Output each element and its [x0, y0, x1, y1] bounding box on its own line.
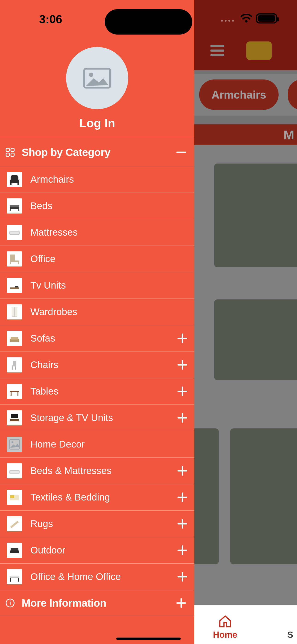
category-thumb: [7, 437, 22, 452]
svg-rect-37: [10, 495, 14, 498]
category-outdoor[interactable]: Outdoor: [0, 537, 194, 564]
category-rugs[interactable]: Rugs: [0, 511, 194, 537]
grid-icon: [3, 148, 17, 157]
expand-icon[interactable]: [176, 572, 189, 582]
svg-rect-18: [10, 288, 19, 289]
category-label: Outdoor: [22, 545, 176, 556]
category-label: Armchairs: [22, 174, 189, 185]
nav-home-label: Home: [213, 630, 237, 640]
svg-rect-19: [15, 286, 18, 288]
category-label: Textiles & Bedding: [22, 492, 176, 503]
category-thumb: [7, 357, 22, 372]
category-label: Chairs: [22, 359, 176, 370]
section-more-information[interactable]: More Information: [0, 590, 194, 616]
nav-home[interactable]: Home: [213, 614, 237, 640]
category-beds-mattresses[interactable]: Beds & Mattresses: [0, 458, 194, 484]
category-home-decor[interactable]: Home Decor: [0, 431, 194, 458]
category-thumb: [7, 569, 22, 584]
section-title: Shop by Category: [17, 146, 173, 158]
svg-rect-14: [10, 254, 15, 260]
category-label: Tv Units: [22, 280, 189, 291]
category-label: Wardrobes: [22, 306, 189, 318]
expand-icon[interactable]: [176, 492, 189, 502]
collapse-icon[interactable]: [173, 152, 189, 153]
svg-rect-26: [12, 366, 13, 370]
svg-rect-5: [11, 153, 14, 156]
svg-point-1: [89, 72, 93, 77]
expand-icon[interactable]: [176, 413, 189, 423]
svg-rect-40: [10, 576, 19, 578]
svg-rect-11: [10, 209, 10, 211]
svg-rect-29: [10, 392, 12, 396]
image-placeholder-icon: [83, 67, 111, 89]
category-office-home-office[interactable]: Office & Home Office: [0, 564, 194, 590]
home-icon: [218, 614, 232, 628]
login-link[interactable]: Log In: [79, 116, 115, 130]
category-thumb: [7, 331, 22, 346]
svg-rect-15: [10, 260, 19, 262]
svg-rect-6: [10, 180, 19, 183]
category-tv-units[interactable]: Tv Units: [0, 272, 194, 299]
expand-icon[interactable]: [176, 360, 189, 370]
nav-partial[interactable]: S: [287, 630, 293, 640]
category-label: Office & Home Office: [22, 571, 176, 582]
svg-rect-9: [10, 206, 19, 209]
svg-rect-17: [18, 262, 19, 264]
svg-rect-38: [10, 550, 19, 553]
svg-rect-35: [10, 470, 19, 473]
category-thumb: [7, 543, 22, 558]
category-label: Beds: [22, 200, 189, 212]
category-wardrobes[interactable]: Wardrobes: [0, 299, 194, 325]
svg-rect-25: [12, 365, 16, 366]
svg-rect-2: [6, 148, 10, 151]
category-thumb: [7, 251, 22, 266]
svg-rect-12: [18, 209, 19, 211]
category-label: Sofas: [22, 333, 176, 344]
category-textiles-bedding[interactable]: Textiles & Bedding: [0, 484, 194, 511]
category-office[interactable]: Office: [0, 246, 194, 272]
svg-rect-30: [18, 392, 18, 396]
svg-point-34: [12, 441, 13, 443]
category-label: Storage & TV Units: [22, 412, 176, 423]
category-storage-tv-units[interactable]: Storage & TV Units: [0, 405, 194, 431]
category-label: Home Decor: [22, 439, 189, 450]
category-mattresses[interactable]: Mattresses: [0, 219, 194, 246]
expand-icon[interactable]: [176, 334, 189, 343]
section-title: More Information: [17, 597, 173, 609]
expand-icon[interactable]: [176, 386, 189, 396]
svg-rect-28: [10, 391, 19, 392]
dynamic-island: [105, 9, 192, 34]
svg-rect-13: [10, 231, 19, 234]
category-thumb: [7, 490, 22, 505]
expand-icon[interactable]: [176, 466, 189, 476]
svg-rect-31: [11, 414, 18, 418]
svg-rect-7: [10, 183, 12, 185]
category-thumb: [7, 304, 22, 320]
svg-rect-10: [10, 205, 19, 206]
category-thumb: [7, 516, 22, 531]
category-label: Rugs: [22, 518, 176, 529]
category-tables[interactable]: Tables: [0, 378, 194, 405]
category-thumb: [7, 384, 22, 399]
svg-point-45: [10, 600, 11, 602]
category-label: Mattresses: [22, 227, 189, 238]
svg-rect-16: [10, 262, 11, 264]
avatar[interactable]: [66, 47, 128, 109]
expand-icon[interactable]: [176, 519, 189, 528]
expand-icon[interactable]: [173, 598, 189, 608]
svg-rect-23: [10, 337, 18, 340]
category-thumb: [7, 463, 22, 478]
nav-partial-label: S: [287, 630, 293, 640]
category-thumb: [7, 278, 22, 293]
category-sofas[interactable]: Sofas: [0, 325, 194, 352]
category-armchairs[interactable]: Armchairs: [0, 166, 194, 193]
info-icon: [3, 598, 17, 608]
category-beds[interactable]: Beds: [0, 193, 194, 219]
section-shop-by-category[interactable]: Shop by Category: [0, 138, 194, 166]
category-thumb: [7, 225, 22, 240]
svg-rect-3: [11, 148, 14, 151]
category-chairs[interactable]: Chairs: [0, 352, 194, 378]
svg-rect-32: [10, 419, 19, 421]
svg-rect-27: [16, 366, 16, 370]
expand-icon[interactable]: [176, 546, 189, 555]
